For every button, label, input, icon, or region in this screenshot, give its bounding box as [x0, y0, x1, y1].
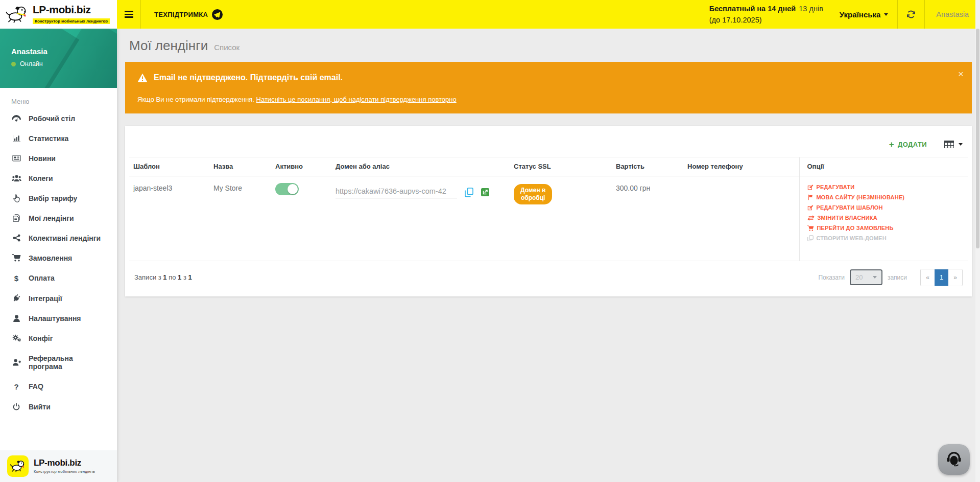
warning-icon — [137, 73, 148, 82]
sidebar-item-dashboard[interactable]: Робочий стіл — [0, 108, 117, 128]
edit-icon — [807, 204, 814, 211]
close-icon[interactable]: × — [958, 69, 964, 79]
alert-message-prefix: Якщо Ви не отримали підтвердження. — [137, 96, 256, 103]
support-chat-button[interactable] — [938, 444, 970, 475]
telegram-icon — [212, 9, 223, 20]
sidebar: Anastasia Онлайн Меню Робочий стіл Стати… — [0, 29, 117, 482]
plug-icon — [11, 294, 21, 302]
cell-domain — [331, 176, 510, 261]
cart-icon — [11, 254, 21, 262]
chevron-down-icon — [873, 276, 877, 279]
sidebar-item-integrations[interactable]: Інтеграції — [0, 288, 117, 308]
hand-pointer-icon — [11, 194, 21, 202]
option-create-web-domain[interactable]: СТВОРИТИ WEB-ДОМЕН — [807, 235, 964, 241]
footer-brand-text: LP-mobi.biz Конструктор мобільних лендін… — [34, 458, 95, 474]
cell-phone — [683, 176, 799, 261]
dog-mascot-icon — [7, 455, 29, 477]
user-icon — [11, 315, 21, 322]
clone-icon — [807, 235, 814, 241]
column-header-name[interactable]: Назва — [209, 157, 271, 176]
sidebar-item-config[interactable]: Конфіг — [0, 328, 117, 348]
sidebar-item-statistics[interactable]: Статистика — [0, 128, 117, 148]
language-selector[interactable]: Українська — [830, 0, 897, 29]
topbar: LP-mobi.biz Конструктор мобильных лендин… — [0, 0, 980, 29]
page-head: Мої лендінги Список — [129, 38, 972, 54]
sidebar-item-settings[interactable]: Налаштування — [0, 308, 117, 328]
table-grid-icon — [944, 141, 954, 148]
column-header-ssl[interactable]: Статус SSL — [510, 157, 612, 176]
sidebar-toggle-button[interactable] — [117, 0, 140, 29]
sidebar-item-payment[interactable]: $ Оплата — [0, 268, 117, 288]
trial-status: Бесплатный на 14 дней13 днів (до 17.10.2… — [709, 0, 830, 29]
page-scrollbar[interactable] — [975, 0, 980, 482]
add-landing-button[interactable]: + ДОДАТИ — [889, 140, 927, 149]
sidebar-item-orders[interactable]: Замовлення — [0, 248, 117, 268]
column-header-domain[interactable]: Домен або аліас — [331, 157, 510, 176]
plus-icon: + — [889, 140, 894, 149]
sidebar-item-faq[interactable]: ? FAQ — [0, 376, 117, 397]
trial-plan: Бесплатный на 14 дней — [709, 5, 796, 13]
page-title: Мої лендінги — [129, 38, 208, 54]
resend-confirmation-link[interactable]: Натисніть це посилання, щоб надіслати пі… — [256, 96, 457, 103]
refresh-icon — [906, 10, 916, 18]
sidebar-item-label: Статистика — [29, 134, 68, 143]
domain-input[interactable] — [336, 186, 457, 198]
exchange-icon — [807, 215, 815, 221]
column-header-template[interactable]: Шаблон — [129, 157, 209, 176]
option-go-to-orders[interactable]: ПЕРЕЙТИ ДО ЗАМОВЛЕНЬ — [807, 225, 964, 231]
column-header-price[interactable]: Вартість — [612, 157, 683, 176]
refresh-button[interactable] — [898, 0, 924, 29]
sidebar-item-label: Конфіг — [29, 334, 53, 342]
option-change-owner[interactable]: ЗМІНИТИ ВЛАСНИКА — [807, 215, 964, 221]
option-edit-template[interactable]: РЕДАГУВАТИ ШАБЛОН — [807, 204, 964, 211]
edit-icon — [807, 184, 814, 190]
sidebar-item-referral[interactable]: Реферальна програма — [0, 348, 117, 376]
sidebar-item-label: Колеги — [29, 174, 53, 182]
cell-price: 300.00 грн — [612, 176, 683, 261]
external-link-icon — [481, 188, 489, 196]
brand-subtitle: Конструктор мобильных лендингов — [33, 18, 110, 24]
page-size-value: 20 — [855, 273, 863, 281]
column-header-active[interactable]: Активно — [271, 157, 331, 176]
sidebar-item-my-landings[interactable]: Мої лендінги — [0, 208, 117, 228]
cell-options: РЕДАГУВАТИ МОВА САЙТУ (НЕЗМІНЮВАНЕ) РЕДА… — [799, 176, 968, 261]
user-plus-icon — [11, 359, 21, 366]
landings-panel: + ДОДАТИ — [125, 126, 972, 296]
add-landing-label: ДОДАТИ — [898, 141, 927, 148]
page-size-select[interactable]: 20 — [850, 269, 882, 285]
pagination-prev-button[interactable]: « — [921, 269, 935, 286]
pagination-next-button[interactable]: » — [948, 269, 962, 286]
brand-logo[interactable]: LP-mobi.biz Конструктор мобильных лендин… — [0, 0, 117, 29]
email-warning-banner: Email не підтверджено. Підтвердіть свій … — [125, 62, 972, 113]
records-label: записи — [888, 274, 907, 281]
support-link[interactable]: ТЕХПІДТРИМКА — [141, 0, 236, 29]
copy-domain-button[interactable] — [465, 188, 473, 197]
scrollbar-thumb[interactable] — [976, 29, 979, 248]
cart-icon — [807, 225, 814, 231]
table-footer-controls: Показати 20 записи « 1 » — [818, 269, 963, 286]
sidebar-item-colleagues[interactable]: Колеги — [0, 168, 117, 188]
open-site-button[interactable] — [481, 188, 489, 196]
sidebar-footer-logo: LP-mobi.biz Конструктор мобільних лендін… — [0, 450, 117, 482]
active-toggle[interactable] — [275, 183, 299, 195]
sidebar-item-collective-landings[interactable]: Колективні лендінги — [0, 228, 117, 248]
option-edit[interactable]: РЕДАГУВАТИ — [807, 184, 964, 190]
brand-text: LP-mobi.biz Конструктор мобильных лендин… — [33, 4, 112, 25]
column-visibility-dropdown[interactable] — [944, 141, 963, 148]
option-site-language[interactable]: МОВА САЙТУ (НЕЗМІНЮВАНЕ) — [807, 194, 964, 200]
pagination-page-1[interactable]: 1 — [935, 269, 948, 286]
power-icon — [11, 403, 21, 410]
support-label: ТЕХПІДТРИМКА — [154, 11, 208, 18]
alert-message: Якщо Ви не отримали підтвердження. Натис… — [137, 96, 946, 103]
trial-until: (до 17.10.2025) — [709, 14, 823, 26]
users-icon — [11, 175, 21, 181]
sidebar-item-tariff[interactable]: Вибір тарифу — [0, 188, 117, 208]
page-subtitle: Список — [214, 43, 240, 52]
column-header-phone[interactable]: Номер телефону — [683, 157, 799, 176]
sidebar-item-logout[interactable]: Вийти — [0, 397, 117, 417]
sidebar-user-panel: Anastasia Онлайн — [0, 29, 117, 88]
online-status-icon — [11, 62, 16, 66]
sidebar-item-label: Колективні лендінги — [29, 234, 101, 242]
user-menu[interactable]: Anastasia — [925, 0, 980, 29]
sidebar-item-news[interactable]: Новини — [0, 148, 117, 168]
